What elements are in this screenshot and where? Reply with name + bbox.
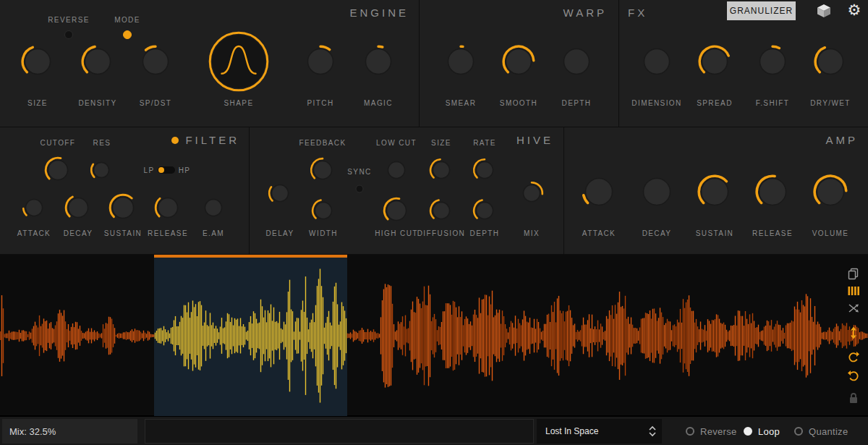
delay-knob[interactable] [268,181,292,205]
smooth-knob[interactable] [502,45,535,78]
loop-radio[interactable]: Loop [744,417,780,445]
lock-icon[interactable] [845,389,862,407]
sync-label: SYNC [347,168,371,176]
spread-knob[interactable] [698,45,731,78]
hive-size-label: SIZE [431,139,451,147]
diffusion-knob[interactable] [429,198,454,223]
gear-icon[interactable]: ⚙ [846,2,862,18]
lp-hp-toggle[interactable] [158,166,175,174]
hive-size-knob[interactable] [429,158,454,182]
filter-sustain-knob[interactable] [109,193,137,222]
warp-section-title: WARP [563,7,607,19]
footer-bar: Mix: 32.5% Lost In Space Reverse Loop Qu… [0,416,868,445]
granulizer-plugin-window: ENGINE REVERSE MODE SIZE DENSITY SP/DST … [0,0,868,445]
hive-section-title: HIVE [516,134,553,146]
hive-mix-knob[interactable] [519,181,544,205]
eam-label: E.AM [203,229,224,237]
quantize-radio[interactable]: Quantize [794,417,848,445]
engine-section-title: ENGINE [349,7,409,19]
engine-section: ENGINE REVERSE MODE SIZE DENSITY SP/DST … [0,0,420,127]
rate-knob[interactable] [472,158,497,182]
fshift-knob-label: F.SHIFT [756,99,789,107]
spdst-knob[interactable] [139,45,172,78]
lowcut-knob[interactable] [384,158,409,182]
rotate-ccw-icon[interactable] [845,349,862,366]
bars-view-icon[interactable] [845,282,862,300]
width-knob[interactable] [311,198,336,223]
sample-name-field[interactable] [145,419,534,444]
lp-label: LP [143,166,154,174]
filter-attack-knob[interactable] [22,195,46,220]
size-knob[interactable] [21,45,54,78]
eam-knob[interactable] [201,195,226,220]
dimension-knob[interactable] [640,45,673,78]
reverse-radio[interactable]: Reverse [686,417,737,445]
filter-section-title: FILTER [185,134,239,146]
loop-radio-circle [744,427,752,436]
library-box-icon[interactable] [816,3,832,19]
magic-knob[interactable] [362,45,395,78]
filter-release-knob[interactable] [154,194,182,221]
quantize-radio-circle [794,427,803,436]
cutoff-label: CUTOFF [41,139,76,147]
amp-decay-knob[interactable] [639,174,674,209]
res-label: RES [93,139,111,147]
feedback-knob[interactable] [310,157,336,183]
diffusion-label: DIFFUSION [417,229,466,237]
amp-release-knob[interactable] [755,174,790,209]
drywet-knob[interactable] [814,45,847,78]
cutoff-knob[interactable] [44,156,72,184]
preset-selector[interactable]: Lost In Space [537,419,662,444]
preset-chevrons-icon [649,424,656,438]
drywet-knob-label: DRY/WET [810,99,851,107]
sync-toggle[interactable] [356,185,364,193]
filter-enable-dot[interactable] [171,137,179,144]
filter-sustain-label: SUSTAIN [104,229,142,237]
density-knob-label: DENSITY [78,99,116,107]
lp-hp-toggle-dot [158,167,164,173]
vertical-arrows-icon[interactable] [845,324,862,342]
highcut-knob[interactable] [383,197,410,224]
reverse-toggle[interactable] [64,30,73,39]
feedback-label: FEEDBACK [299,139,346,147]
amp-sustain-knob[interactable] [697,174,732,209]
amp-section-title: AMP [825,134,858,146]
smear-knob[interactable] [444,45,477,78]
pitch-knob-label: PITCH [307,99,334,107]
mode-toggle[interactable] [123,30,132,39]
pitch-knob[interactable] [304,45,337,78]
volume-label: VOLUME [812,229,849,237]
warp-depth-knob[interactable] [560,45,593,78]
width-label: WIDTH [309,229,338,237]
shuffle-icon[interactable] [845,300,862,317]
density-knob[interactable] [81,45,114,78]
highcut-label: HIGH CUT [375,229,418,237]
rotate-cw-icon[interactable] [845,368,862,385]
preset-name: Lost In Space [545,426,598,436]
loop-radio-label: Loop [758,426,780,437]
mix-readout: Mix: 32.5% [2,419,137,444]
waveform-canvas[interactable] [0,255,868,416]
amp-attack-knob[interactable] [582,174,616,209]
dimension-knob-label: DIMENSION [631,99,681,107]
quantize-radio-label: Quantize [809,426,848,437]
mode-label: MODE [114,16,140,24]
volume-knob[interactable] [813,174,848,209]
spread-knob-label: SPREAD [697,99,733,107]
spdst-knob-label: SP/DST [140,99,172,107]
filter-decay-knob[interactable] [64,194,92,221]
fx-section: FX GRANULIZER ⚙ DIMENSION SPREAD F.SHIFT… [619,0,868,127]
hive-depth-knob[interactable] [472,198,497,223]
fshift-knob[interactable] [756,45,789,78]
hive-section: HIVE FEEDBACK LOW CUT SIZE RATE SYNC DEL… [250,127,564,255]
copy-icon[interactable] [845,265,862,282]
res-knob[interactable] [90,158,113,182]
hive-depth-label: DEPTH [470,229,500,237]
amp-decay-label: DECAY [642,229,672,237]
amp-release-label: RELEASE [752,229,793,237]
filter-decay-label: DECAY [64,229,93,237]
amp-section: AMP ATTACK DECAY SUSTAIN RELEASE VOLUME [564,127,868,255]
amp-attack-label: ATTACK [582,229,616,237]
shape-knob[interactable] [208,31,269,92]
granulizer-button[interactable]: GRANULIZER [727,1,796,20]
